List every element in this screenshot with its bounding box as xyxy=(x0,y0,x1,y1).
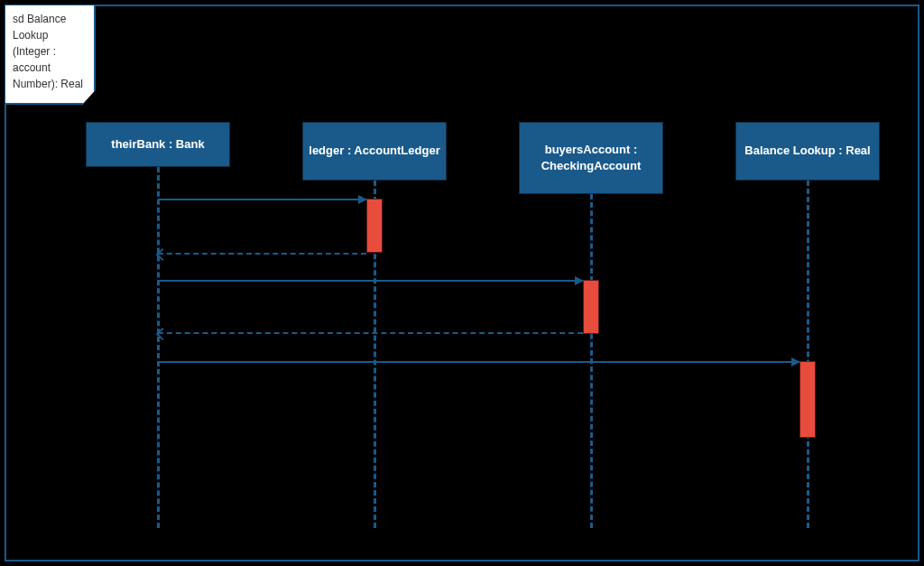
lifeline-balance-lookup xyxy=(807,181,809,528)
activation-balance-lookup xyxy=(799,361,816,438)
participant-balance-lookup: Balance Lookup : Real xyxy=(735,122,880,181)
message-1-return xyxy=(158,253,366,255)
participant-buyers-account: buyersAccount : CheckingAccount xyxy=(519,122,663,194)
lifeline-their-bank xyxy=(157,167,160,528)
activation-ledger xyxy=(366,199,383,253)
participant-label: theirBank : Bank xyxy=(111,136,204,153)
participant-label: Balance Lookup : Real xyxy=(744,143,870,159)
activation-buyers-account xyxy=(583,280,599,334)
frame-label: sd Balance Lookup (Integer : account Num… xyxy=(5,5,96,105)
participant-label: ledger : AccountLedger xyxy=(309,143,439,159)
message-2-call xyxy=(158,280,583,282)
participant-ledger: ledger : AccountLedger xyxy=(302,122,447,181)
message-1-call xyxy=(158,199,366,200)
participant-their-bank: theirBank : Bank xyxy=(86,122,230,167)
participant-label: buyersAccount : CheckingAccount xyxy=(525,142,657,174)
message-3-call xyxy=(158,361,799,363)
sequence-diagram-frame: sd Balance Lookup (Integer : account Num… xyxy=(5,5,919,561)
message-2-return xyxy=(158,332,583,334)
